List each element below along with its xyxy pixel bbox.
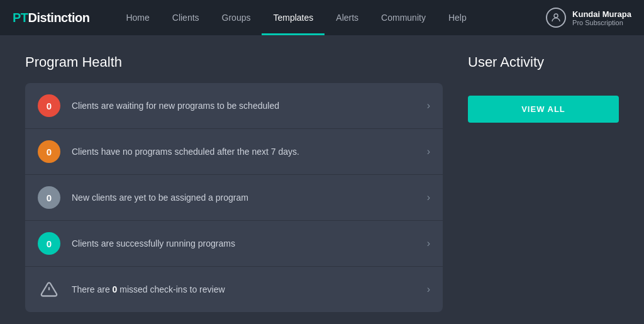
nav-item-community[interactable]: Community — [370, 0, 437, 35]
nav-item-alerts[interactable]: Alerts — [325, 0, 370, 35]
health-item-checkins[interactable]: There are 0 missed check-ins to review › — [25, 267, 443, 312]
view-all-button[interactable]: VIEW ALL — [468, 96, 619, 123]
health-text-new-clients: New clients are yet to be assigned a pro… — [72, 193, 421, 203]
avatar — [546, 8, 566, 28]
left-panel: Program Health 0 Clients are waiting for… — [25, 54, 443, 312]
health-text-no-programs: Clients have no programs scheduled after… — [72, 147, 421, 157]
navbar: PT Distinction Home Clients Groups Templ… — [0, 0, 644, 35]
health-text-checkins: There are 0 missed check-ins to review — [72, 284, 421, 294]
user-plan: Pro Subscription — [572, 19, 623, 26]
chevron-icon-waiting: › — [427, 100, 430, 111]
health-text-waiting: Clients are waiting for new programs to … — [72, 101, 421, 111]
badge-no-programs: 0 — [38, 140, 60, 163]
logo-distinction: Distinction — [28, 11, 90, 25]
nav-item-home[interactable]: Home — [114, 0, 160, 35]
program-health-title: Program Health — [25, 54, 443, 70]
user-name: Kundai Murapa — [572, 9, 631, 19]
badge-waiting: 0 — [38, 94, 60, 117]
health-item-waiting[interactable]: 0 Clients are waiting for new programs t… — [25, 83, 443, 129]
chevron-icon-checkins: › — [427, 284, 430, 295]
health-item-running[interactable]: 0 Clients are successfully running progr… — [25, 221, 443, 267]
health-item-no-programs[interactable]: 0 Clients have no programs scheduled aft… — [25, 129, 443, 175]
svg-point-0 — [554, 14, 558, 18]
chevron-icon-no-programs: › — [427, 146, 430, 157]
nav-item-templates[interactable]: Templates — [262, 0, 325, 35]
logo-pt: PT — [13, 11, 28, 25]
chevron-icon-running: › — [427, 238, 430, 249]
badge-new-clients: 0 — [38, 186, 60, 209]
nav-item-help[interactable]: Help — [437, 0, 478, 35]
chevron-icon-new-clients: › — [427, 192, 430, 203]
user-info: Kundai Murapa Pro Subscription — [572, 9, 631, 26]
health-text-running: Clients are successfully running program… — [72, 238, 421, 249]
badge-running: 0 — [38, 232, 60, 255]
nav-item-groups[interactable]: Groups — [211, 0, 262, 35]
right-panel: User Activity VIEW ALL — [468, 54, 619, 312]
nav-item-clients[interactable]: Clients — [161, 0, 211, 35]
nav-links: Home Clients Groups Templates Alerts Com… — [114, 0, 546, 35]
nav-user[interactable]: Kundai Murapa Pro Subscription — [546, 8, 631, 28]
logo[interactable]: PT Distinction — [13, 11, 89, 25]
main-content: Program Health 0 Clients are waiting for… — [0, 35, 644, 324]
health-list: 0 Clients are waiting for new programs t… — [25, 83, 443, 312]
health-item-new-clients[interactable]: 0 New clients are yet to be assigned a p… — [25, 175, 443, 221]
user-activity-title: User Activity — [468, 54, 619, 70]
badge-checkins — [38, 278, 60, 301]
